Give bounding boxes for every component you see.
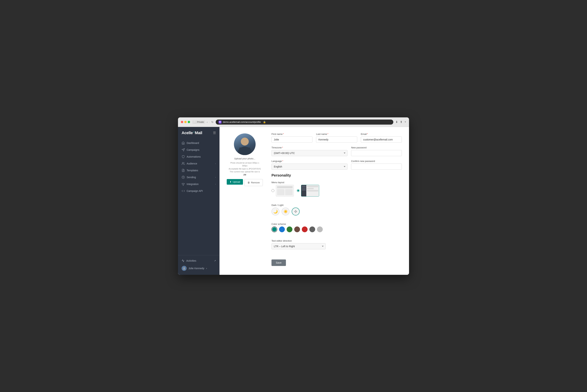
last-name-input[interactable] (316, 136, 357, 143)
svg-point-2 (182, 162, 183, 163)
text-editor-direction-label: Text editor direction (271, 240, 326, 242)
color-swatch-blue[interactable] (279, 226, 285, 232)
sidebar-item-campaign-api[interactable]: Campaign API (178, 188, 219, 194)
required-indicator: * (283, 133, 284, 136)
new-tab-icon[interactable]: + (405, 120, 406, 124)
svg-point-13 (295, 210, 297, 212)
user-profile-item[interactable]: Jolie Kennedy › (178, 264, 219, 273)
color-swatches (271, 226, 402, 232)
address-bar[interactable]: M demo.acellemail.com/account/profile 🔒 (216, 120, 393, 124)
activities-item[interactable]: Activities ↗ (178, 258, 219, 264)
sidebar-toggle-icon[interactable]: ☰ (213, 131, 216, 135)
light-theme-button[interactable]: ☀️ (281, 208, 289, 216)
chevron-right-icon: › (215, 176, 216, 178)
timezone-select[interactable]: (GMT+00:00) UTC (271, 150, 348, 156)
upload-button[interactable]: ⬆ Upload (227, 179, 243, 185)
layout-option-top[interactable] (271, 185, 294, 196)
trash-icon: 🗑 (247, 181, 250, 184)
email-label: Email* (361, 133, 402, 136)
sidebar-item-sending[interactable]: Sending › (178, 174, 219, 181)
color-swatch-dark-green[interactable] (287, 226, 292, 232)
sidebar: Acelle⁻Mail ☰ Dashboard Campaigns (178, 127, 219, 275)
remove-button[interactable]: 🗑 Remove (244, 179, 263, 186)
dark-theme-button[interactable]: 🌙 (271, 208, 279, 216)
sidebar-bottom: Activities ↗ Jolie Kennedy › (178, 255, 219, 275)
layout-radio-sidebar[interactable] (297, 189, 300, 192)
person-silhouette (234, 134, 256, 155)
footer: © 2022. Acelle Email Marketing Applicati… (271, 274, 402, 275)
language-label: Language* (271, 160, 348, 162)
sidebar-item-automations[interactable]: Automations (178, 153, 219, 160)
sidebar-item-label: Campaigns (187, 148, 199, 151)
timezone-label: Timezone* (271, 146, 348, 149)
sidebar-nav: Dashboard Campaigns Automations Audience… (178, 140, 219, 255)
site-favicon: M (219, 121, 221, 124)
color-swatch-crimson[interactable] (302, 226, 308, 232)
system-theme-button[interactable] (292, 208, 300, 216)
activities-label: Activities (186, 259, 196, 262)
upload-label: Upload your photo... (234, 157, 255, 160)
profile-photo (234, 134, 256, 155)
required-indicator: * (367, 133, 368, 136)
confirm-password-input[interactable] (351, 164, 402, 170)
layout-option-sidebar[interactable] (297, 185, 319, 196)
color-swatch-light-gray[interactable] (317, 226, 323, 232)
maximize-button[interactable] (188, 121, 190, 123)
plug-icon (182, 182, 185, 186)
traffic-lights (181, 121, 190, 123)
dark-light-options: 🌙 ☀️ (271, 208, 402, 216)
download-icon[interactable]: ⬇ (396, 120, 398, 124)
new-password-label: New password (351, 146, 402, 149)
sidebar-item-templates[interactable]: Templates (178, 167, 219, 174)
reload-button[interactable]: ↻ (211, 121, 213, 124)
required-indicator: * (328, 133, 328, 136)
browser-content: Acelle⁻Mail ☰ Dashboard Campaigns (178, 127, 409, 275)
forward-button[interactable]: › (209, 121, 210, 124)
save-button[interactable]: Save (271, 260, 286, 266)
sidebar-item-label: Templates (187, 169, 198, 172)
chevron-right-icon: › (215, 183, 216, 185)
sidebar-item-campaigns[interactable]: Campaigns (178, 146, 219, 153)
minimize-button[interactable] (184, 121, 187, 123)
back-button[interactable]: ‹ (207, 121, 208, 124)
svg-point-10 (241, 138, 249, 146)
form-footer: Save (271, 255, 402, 266)
color-scheme-group: Color scheme (271, 223, 402, 236)
dark-light-group: Dark / Light 🌙 ☀️ (271, 204, 402, 219)
first-name-input[interactable] (271, 136, 313, 143)
sidebar-item-label: Sending (187, 176, 196, 179)
system-theme-icon (294, 210, 298, 213)
text-editor-direction-select[interactable]: LTR – Left to Right (271, 243, 326, 249)
browser-window: ⬜ Private ‹ › ↻ M demo.acellemail.com/ac… (178, 118, 409, 275)
sidebar-item-dashboard[interactable]: Dashboard (178, 140, 219, 146)
close-button[interactable] (181, 121, 183, 123)
new-password-input[interactable] (351, 150, 402, 156)
form-row-timezone-password: Timezone* (GMT+00:00) UTC New password (271, 146, 402, 156)
language-select[interactable]: English (271, 164, 348, 170)
sidebar-item-label: Automations (187, 155, 201, 158)
url-text: demo.acellemail.com/account/profile (223, 121, 261, 123)
email-input[interactable] (361, 136, 402, 143)
color-swatch-gray[interactable] (309, 226, 315, 232)
sidebar-item-audience[interactable]: Audience › (178, 160, 219, 167)
color-swatch-teal[interactable] (271, 226, 277, 232)
file-icon (182, 169, 185, 172)
external-link-icon: ↗ (214, 260, 216, 262)
share-icon[interactable]: ⬆ (400, 120, 402, 124)
menu-layout-group: Menu layout (271, 181, 402, 200)
layout-radio-top[interactable] (271, 189, 274, 192)
footer-link[interactable]: acellemail.com (316, 274, 331, 275)
code-icon (182, 189, 185, 192)
timezone-group: Timezone* (GMT+00:00) UTC (271, 146, 348, 156)
menu-layout-label: Menu layout (271, 181, 402, 184)
first-name-label: First name* (271, 133, 313, 136)
menu-layout-options (271, 185, 402, 196)
sidebar-item-integration[interactable]: Integration › (178, 181, 219, 188)
last-name-group: Last name* (316, 133, 357, 143)
color-swatch-brown[interactable] (294, 226, 300, 232)
confirm-password-label: Confirm new password (351, 160, 402, 162)
color-scheme-label: Color scheme (271, 223, 402, 226)
profile-photo-section: Upload your photo... Photo should be at … (227, 133, 263, 275)
activities-icon (182, 259, 184, 262)
svg-rect-12 (239, 148, 250, 155)
